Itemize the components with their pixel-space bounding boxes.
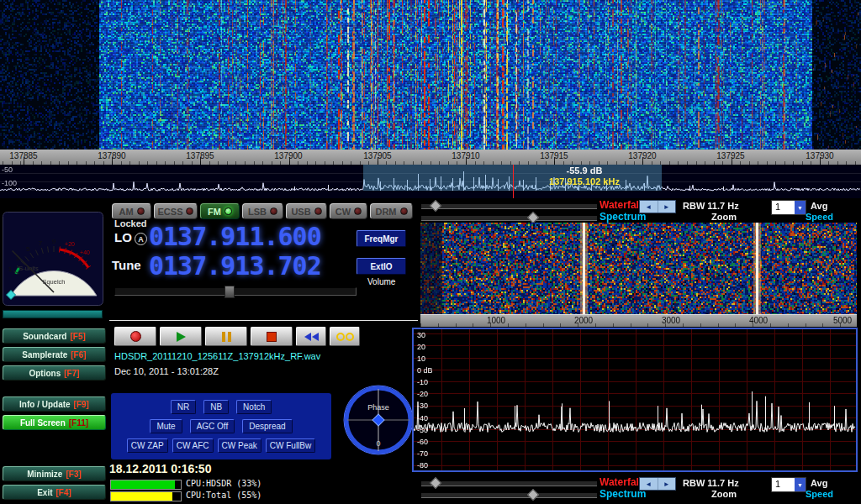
exit-button[interactable]: Exit [F4]	[3, 485, 106, 500]
zoom-label: Zoom	[711, 489, 737, 499]
cursor-freq-value: 137.915.102 kHz	[509, 176, 660, 187]
nr-button[interactable]: NR	[171, 400, 196, 414]
extio-button[interactable]: ExtIO	[357, 258, 406, 275]
bottom-waterfall-slider[interactable]	[421, 480, 597, 486]
rewind-button[interactable]	[296, 327, 326, 346]
agc-off-button[interactable]: AGC Off	[190, 419, 235, 433]
mode-lsb-button[interactable]: LSB	[242, 203, 283, 219]
bottom-speed-combobox[interactable]: 1 ▼	[771, 477, 806, 492]
fullscreen-button[interactable]: Full Screen [F11]	[3, 415, 106, 430]
mode-am-button[interactable]: AM	[112, 203, 151, 219]
options-button[interactable]: Options [F7]	[3, 365, 106, 381]
dropdown-arrow-icon[interactable]: ▼	[795, 478, 806, 491]
main-spectrum-display[interactable]: -50 -100 -55.9 dB 137.915.102 kHz	[0, 165, 861, 198]
minimize-button[interactable]: Minimize [F3]	[3, 466, 106, 481]
fkey-label: [F11]	[69, 418, 88, 428]
stop-button[interactable]	[251, 327, 293, 346]
locked-indicator: Locked	[114, 218, 147, 228]
mode-drm-button[interactable]: DRM	[370, 203, 413, 219]
cpu-hdsdr-bar	[110, 480, 182, 490]
cw-afc-button[interactable]: CW AFC	[172, 438, 214, 453]
nb-button[interactable]: NB	[203, 400, 229, 414]
freq-tick-label: 137920	[628, 151, 656, 160]
cw-fullbw-button[interactable]: CW FullBw	[266, 438, 315, 453]
button-label: Options	[29, 369, 61, 378]
freqmgr-button[interactable]: FreqMgr	[357, 230, 406, 247]
freq-tick-label: 137905	[363, 151, 391, 160]
divider	[109, 320, 418, 321]
shift-right-button[interactable]: ►	[658, 478, 676, 490]
dropdown-arrow-icon[interactable]: ▼	[795, 201, 806, 214]
avg-label: Avg	[811, 478, 827, 488]
top-spectrum-slider[interactable]	[421, 215, 597, 221]
zoom-waterfall-scale[interactable]: 1000 2000 3000 4000 5000	[420, 314, 857, 327]
lo-frequency-display[interactable]: 0137.911.600	[149, 222, 321, 251]
pause-button[interactable]	[205, 327, 247, 346]
despread-button[interactable]: Despread	[242, 419, 292, 433]
button-label: Full Screen	[20, 418, 66, 428]
mode-label: FM	[208, 207, 221, 217]
mode-led-icon	[314, 207, 322, 215]
spectrum-label: Spectrum	[600, 488, 646, 500]
squelch-level-bar[interactable]	[3, 310, 103, 318]
cw-zap-button[interactable]: CW ZAP	[127, 438, 168, 453]
slider-thumb[interactable]	[430, 477, 441, 489]
zoom-waterfall-display[interactable]	[420, 223, 857, 314]
mode-led-icon	[186, 207, 193, 215]
volume-slider-thumb[interactable]	[224, 286, 235, 298]
zoom-spectrum-display[interactable]: 302010 0 dB-10-20 -30-40-50 -60-70-80	[412, 328, 858, 472]
main-waterfall-display[interactable]	[0, 0, 861, 150]
notch-button[interactable]: Notch	[236, 400, 272, 414]
lo-mode-badge[interactable]: A	[135, 233, 147, 245]
info-update-button[interactable]: Info / Update [F9]	[3, 396, 106, 412]
combobox-value: 1	[772, 478, 795, 491]
lo-label: LO	[114, 230, 132, 244]
tune-label: Tune	[112, 258, 141, 272]
wav-filename: HDSDR_20111210_125611Z_137912kHz_RF.wav	[114, 351, 320, 361]
mode-fm-button[interactable]: FM	[200, 203, 240, 219]
avg-label: Avg	[811, 201, 827, 211]
loop-icon	[336, 333, 354, 341]
samplerate-button[interactable]: Samplerate [F6]	[3, 347, 106, 362]
soundcard-button[interactable]: Soundcard [F5]	[3, 328, 106, 344]
tune-frequency-display[interactable]: 0137.913.702	[149, 251, 321, 281]
cursor-db-value: -55.9 dB	[509, 165, 660, 176]
frequency-ruler[interactable]: 137885 137890 137895 137900 137905 13791…	[0, 150, 861, 165]
rbw-label: RBW 11.7 Hz	[683, 478, 739, 488]
mode-ecss-button[interactable]: ECSS	[154, 203, 198, 219]
meter-tick: 9	[52, 238, 56, 245]
top-waterfall-slider[interactable]	[421, 203, 597, 209]
mode-selector: AM ECSS FM LSB USB CW DRM	[112, 203, 413, 219]
mode-label: ECSS	[158, 207, 183, 217]
fkey-label: [F5]	[70, 332, 85, 341]
slider-thumb[interactable]	[430, 200, 441, 212]
freq-tick-label: 137910	[452, 151, 479, 160]
slider-thumb[interactable]	[527, 489, 539, 501]
shift-right-button[interactable]: ►	[658, 201, 676, 213]
playback-controls	[114, 327, 360, 346]
volume-slider[interactable]	[114, 287, 357, 296]
fkey-label: [F4]	[56, 488, 71, 497]
cpu-hdsdr-label: CPU:HDSDR (33%)	[186, 479, 261, 488]
speed-label: Speed	[806, 489, 833, 499]
record-button[interactable]	[114, 327, 156, 346]
cw-peak-button[interactable]: CW Peak	[218, 438, 261, 453]
hdsdr-app: 137885 137890 137895 137900 137905 13791…	[0, 0, 861, 504]
loop-button[interactable]	[330, 327, 360, 346]
mode-label: USB	[291, 207, 310, 217]
top-speed-combobox[interactable]: 1 ▼	[771, 200, 806, 215]
fkey-label: [F7]	[64, 369, 79, 378]
mode-usb-button[interactable]: USB	[286, 203, 327, 219]
phase-label: Phase	[367, 403, 389, 412]
mute-button[interactable]: Mute	[150, 419, 182, 433]
scale-label: 3000	[662, 316, 680, 325]
fkey-label: [F3]	[66, 470, 81, 479]
slider-thumb[interactable]	[527, 212, 539, 223]
mode-cw-button[interactable]: CW	[330, 203, 367, 219]
bottom-spectrum-slider[interactable]	[421, 492, 597, 498]
db-scale-label: -100	[2, 179, 17, 187]
volume-label: Volume	[367, 277, 395, 286]
combobox-value: 1	[772, 201, 795, 214]
play-button[interactable]	[160, 327, 202, 346]
zoom-label: Zoom	[711, 212, 737, 222]
